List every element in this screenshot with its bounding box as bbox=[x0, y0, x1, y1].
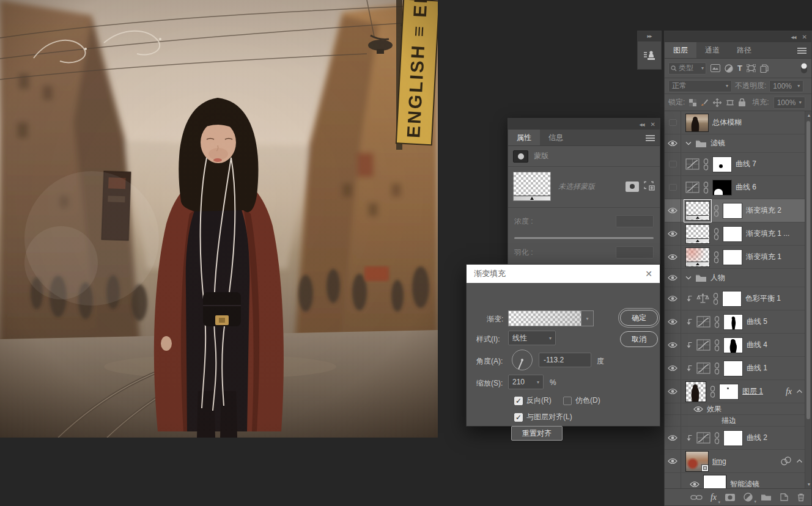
add-mask-icon[interactable] bbox=[644, 181, 655, 193]
smart-filter-thumbnail[interactable] bbox=[703, 475, 726, 489]
mask-link-icon[interactable] bbox=[703, 158, 709, 170]
layer-row-渐变填充 1 ...[interactable]: 渐变填充 1 ... bbox=[665, 222, 811, 246]
layer-name[interactable]: 效果 bbox=[707, 404, 722, 414]
layer-name[interactable]: 曲线 6 bbox=[736, 182, 756, 193]
layer-visibility-cell[interactable] bbox=[665, 357, 681, 380]
layer-row-曲线 2[interactable]: 曲线 2 bbox=[665, 427, 811, 450]
group-expand-caret-icon[interactable] bbox=[685, 141, 692, 145]
layer-visibility-cell[interactable] bbox=[665, 473, 681, 488]
layer-visibility-cell[interactable] bbox=[665, 287, 681, 310]
group-expand-caret-icon[interactable] bbox=[685, 276, 692, 280]
layer-name[interactable]: 渐变填充 1 ... bbox=[746, 229, 789, 239]
panel-menu-icon[interactable] bbox=[646, 134, 655, 142]
gradient-fill-thumbnail[interactable] bbox=[685, 201, 710, 221]
layer-search-filter[interactable]: 类型 ▾ bbox=[668, 62, 706, 75]
add-layer-mask-icon[interactable] bbox=[725, 493, 736, 502]
tab-info[interactable]: 信息 bbox=[540, 130, 572, 145]
layer-row-人物[interactable]: 人物 bbox=[665, 269, 811, 287]
smart-filter-icon[interactable] bbox=[780, 457, 792, 466]
feather-input[interactable] bbox=[616, 246, 654, 258]
filter-type-layers-icon[interactable]: T bbox=[737, 64, 742, 73]
curves-adjustment-icon[interactable] bbox=[685, 182, 699, 193]
visibility-eye-off[interactable] bbox=[669, 184, 677, 191]
style-select[interactable]: 线性 ▾ bbox=[508, 331, 556, 345]
close-icon[interactable]: ✕ bbox=[645, 269, 652, 279]
layer-thumbnail[interactable] bbox=[685, 381, 706, 402]
lock-transparency-icon[interactable] bbox=[689, 99, 696, 106]
mask-link-icon[interactable] bbox=[714, 432, 720, 444]
layer-visibility-cell[interactable] bbox=[665, 134, 681, 152]
panel-menu-icon[interactable] bbox=[797, 46, 806, 55]
layer-mask-thumbnail[interactable] bbox=[723, 361, 743, 376]
angle-dial[interactable] bbox=[512, 350, 533, 370]
scroll-down-icon[interactable]: ▼ bbox=[806, 482, 811, 486]
scroll-up-icon[interactable]: ▲ bbox=[806, 113, 811, 117]
layer-visibility-cell[interactable] bbox=[665, 199, 681, 222]
visibility-eye-icon[interactable] bbox=[668, 388, 677, 395]
layer-row-曲线 1[interactable]: 曲线 1 bbox=[665, 357, 811, 380]
angle-input[interactable]: -113.2 bbox=[539, 353, 591, 367]
close-panel-icon[interactable]: ✕ bbox=[651, 121, 655, 128]
layer-mask-thumbnail[interactable] bbox=[723, 337, 743, 353]
curves-adjustment-icon[interactable] bbox=[685, 158, 699, 170]
layer-name[interactable]: 曲线 2 bbox=[747, 433, 767, 443]
layer-row-曲线 4[interactable]: 曲线 4 bbox=[665, 334, 811, 357]
layer-row-渐变填充 2[interactable]: 渐变填充 2 bbox=[665, 199, 811, 222]
gradient-fill-thumbnail[interactable] bbox=[685, 248, 710, 267]
visibility-eye-icon[interactable] bbox=[668, 295, 677, 302]
curves-adjustment-icon[interactable] bbox=[696, 316, 711, 328]
layer-mask-thumbnail[interactable] bbox=[723, 226, 742, 242]
tab-properties[interactable]: 属性 bbox=[508, 130, 540, 145]
layer-name[interactable]: 人物 bbox=[711, 273, 725, 283]
tab-paths[interactable]: 路径 bbox=[728, 42, 760, 58]
mask-thumbnail[interactable] bbox=[513, 172, 551, 201]
layer-visibility-cell[interactable] bbox=[665, 153, 681, 175]
collapse-panels-icon[interactable]: ◂◂ bbox=[640, 121, 644, 128]
layer-mask-thumbnail[interactable] bbox=[712, 156, 732, 172]
layer-name[interactable]: 曲线 7 bbox=[736, 159, 756, 169]
layer-row-timg[interactable]: timg bbox=[665, 450, 811, 473]
layer-mask-thumbnail[interactable] bbox=[722, 291, 742, 307]
layer-visibility-cell[interactable] bbox=[665, 334, 681, 356]
layer-name[interactable]: 智能滤镜 bbox=[730, 479, 759, 488]
delete-layer-icon[interactable] bbox=[797, 493, 805, 502]
dialog-titlebar[interactable]: 渐变填充 ✕ bbox=[467, 265, 660, 283]
layer-visibility-cell[interactable] bbox=[665, 176, 681, 199]
layer-name[interactable]: 曲线 4 bbox=[747, 340, 767, 350]
gradient-swatch[interactable] bbox=[508, 310, 581, 326]
mask-link-icon[interactable] bbox=[714, 362, 720, 375]
new-layer-icon[interactable] bbox=[780, 493, 789, 502]
fill-input[interactable]: 100% ▾ bbox=[773, 97, 805, 109]
layer-name[interactable]: 描边 bbox=[722, 416, 736, 426]
layer-name[interactable]: 色彩平衡 1 bbox=[745, 293, 781, 304]
layer-mask-thumbnail[interactable] bbox=[723, 203, 742, 219]
layer-visibility-cell[interactable] bbox=[665, 427, 681, 449]
mask-link-icon[interactable] bbox=[714, 251, 719, 263]
collapse-effects-icon[interactable] bbox=[796, 389, 803, 394]
new-group-icon[interactable] bbox=[761, 493, 772, 501]
mask-link-icon[interactable] bbox=[703, 182, 709, 194]
scrollbar-thumb[interactable] bbox=[806, 121, 810, 419]
mask-link-icon[interactable] bbox=[714, 228, 719, 240]
blend-mode-select[interactable]: 正常 ▾ bbox=[668, 80, 732, 92]
layer-row-图层 1[interactable]: 图层 1fx bbox=[665, 380, 811, 403]
visibility-eye-icon[interactable] bbox=[693, 406, 703, 413]
layer-visibility-cell[interactable] bbox=[665, 415, 681, 426]
opacity-input[interactable]: 100% ▾ bbox=[769, 80, 803, 92]
dither-checkbox[interactable] bbox=[563, 397, 572, 405]
ok-button[interactable]: 确定 bbox=[620, 310, 658, 326]
layer-mask-thumbnail[interactable] bbox=[723, 249, 742, 265]
visibility-eye-icon[interactable] bbox=[668, 254, 677, 260]
layer-name[interactable]: 图层 1 bbox=[742, 386, 763, 397]
lock-artboard-icon[interactable] bbox=[726, 99, 734, 106]
color-balance-icon[interactable] bbox=[696, 293, 709, 304]
mask-link-icon[interactable] bbox=[710, 386, 715, 398]
mask-link-icon[interactable] bbox=[713, 293, 718, 305]
curves-adjustment-icon[interactable] bbox=[696, 362, 711, 374]
filter-pixel-layers-icon[interactable] bbox=[711, 64, 720, 72]
mask-link-icon[interactable] bbox=[714, 339, 720, 351]
layer-name[interactable]: 曲线 1 bbox=[747, 363, 767, 373]
filter-smart-objects-icon[interactable] bbox=[760, 64, 769, 73]
layer-visibility-cell[interactable] bbox=[665, 310, 681, 333]
curves-adjustment-icon[interactable] bbox=[696, 339, 711, 351]
